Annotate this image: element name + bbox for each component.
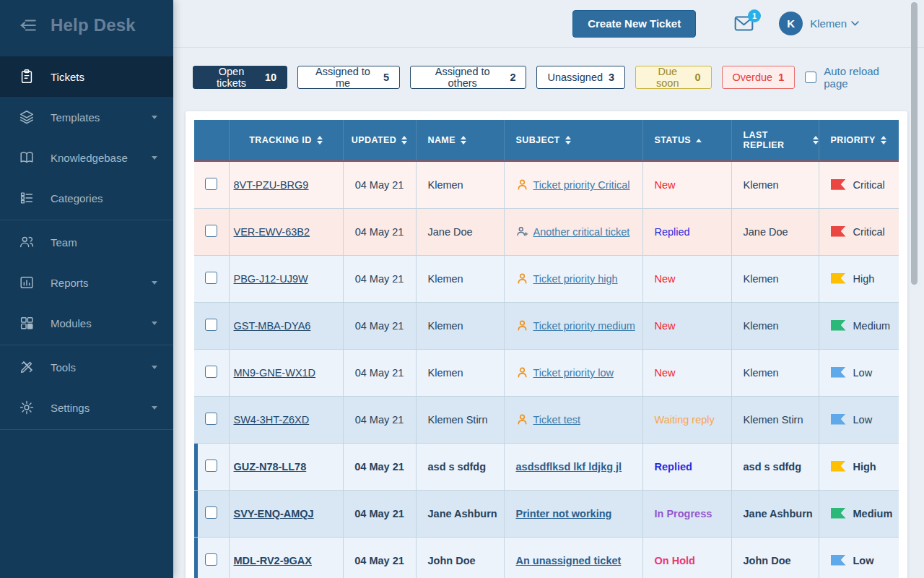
sidebar-item-team[interactable]: Team [0,222,173,262]
priority-label: Medium [853,508,893,519]
priority-label: Critical [853,179,885,191]
status-badge: On Hold [655,555,695,566]
subject-link[interactable]: An unassigned ticket [516,555,622,566]
priority-label: High [853,461,876,473]
status-badge: Replied [655,226,690,238]
sort-icon [881,136,886,144]
chevron-down-icon [851,21,859,26]
table-header: Tracking ID Updated Name Subject Status … [194,120,899,161]
sidebar-item-tools[interactable]: Tools [0,347,173,387]
sidebar-item-reports[interactable]: Reports [0,262,173,303]
priority-cell: High [819,255,899,302]
chevron-down-icon [152,116,157,119]
auto-reload-label: Auto reload page [824,65,905,90]
subject-link[interactable]: Ticket priority Critical [533,179,630,191]
person-icon [516,272,528,285]
column-header-label: Priority [831,135,876,145]
tracking-id-cell: MN9-GNE-WX1D [229,349,343,396]
create-new-ticket-button[interactable]: Create New Ticket [572,10,696,38]
column-header-label: Name [428,135,456,145]
subject-link[interactable]: Ticket test [533,414,581,426]
collapse-sidebar-icon[interactable] [19,16,38,35]
last-replier-cell: John Doe [731,537,819,578]
filter-unassigned[interactable]: Unassigned 3 [536,66,625,89]
priority-label: High [853,273,875,285]
subject-link[interactable]: Ticket priority low [533,367,614,379]
column-header-tracking-id[interactable]: Tracking ID [229,120,343,161]
subject-cell: Ticket priority high [504,255,642,302]
tracking-id-link[interactable]: VER-EWV-63B2 [234,226,310,238]
row-checkbox[interactable] [205,272,217,284]
row-select-cell [194,161,229,208]
sidebar-item-label: Knowledgebase [51,152,128,164]
sidebar-item-tickets[interactable]: Tickets [0,56,173,97]
tracking-id-link[interactable]: SVY-ENQ-AMQJ [234,508,314,519]
filter-assigned-to-others[interactable]: Assigned to others 2 [410,66,526,89]
sidebar-item-modules[interactable]: Modules [0,303,173,343]
tracking-id-link[interactable]: GST-MBA-DYA6 [234,320,311,332]
filter-overdue[interactable]: Overdue 1 [722,66,796,89]
row-checkbox[interactable] [205,178,217,190]
notifications-button[interactable]: 1 [734,15,754,32]
subject-link[interactable]: Ticket priority medium [533,320,635,332]
filter-due-soon[interactable]: Due soon 0 [635,66,711,89]
column-header-name[interactable]: Name [416,120,504,161]
status-badge: Replied [655,461,692,473]
sort-icon [461,136,466,144]
column-header-subject[interactable]: Subject [504,120,642,161]
priority-flag-icon [831,320,846,331]
auto-reload-toggle[interactable]: Auto reload page [805,65,905,90]
row-checkbox[interactable] [205,319,217,331]
table-row: VER-EWV-63B2 04 May 21 Jane Doe Another … [194,208,899,255]
user-menu[interactable]: K Klemen [779,12,859,35]
row-checkbox[interactable] [205,225,217,237]
tracking-id-link[interactable]: MN9-GNE-WX1D [234,367,316,379]
priority-label: Critical [853,226,885,238]
status-cell: New [642,255,731,302]
status-cell: Replied [642,208,731,255]
column-header-last-replier[interactable]: Last Replier [731,120,819,161]
tracking-id-link[interactable]: 8VT-PZU-BRG9 [234,179,309,191]
column-header-label: Tracking ID [249,135,311,145]
sidebar-item-categories[interactable]: Categories [0,178,173,218]
sidebar-item-label: Settings [51,402,90,414]
page-scrollbar[interactable] [911,2,918,285]
sidebar-item-knowledgebase[interactable]: Knowledgebase [0,137,173,178]
last-replier-cell: Klemen [731,349,819,396]
sidebar-item-templates[interactable]: Templates [0,97,173,137]
topbar: Create New Ticket 1 K Klemen [173,0,924,48]
filter-open-tickets[interactable]: Open tickets 10 [193,66,287,89]
column-header-updated[interactable]: Updated [343,120,416,161]
filter-assigned-to-me[interactable]: Assigned to me 5 [297,66,400,89]
row-checkbox[interactable] [205,413,217,425]
last-replier-cell: Klemen [731,302,819,349]
app-title: Help Desk [51,15,136,35]
sidebar-item-label: Team [51,236,77,249]
row-checkbox[interactable] [205,366,217,378]
row-select-cell [194,302,229,349]
row-checkbox[interactable] [205,460,217,472]
tracking-id-link[interactable]: SW4-3HT-Z6XD [234,414,310,426]
table-row: MN9-GNE-WX1D 04 May 21 Klemen Ticket pri… [194,349,899,396]
row-checkbox[interactable] [205,506,217,519]
column-header-status[interactable]: Status [642,120,731,161]
tracking-id-link[interactable]: GUZ-N78-LL78 [234,461,307,473]
tracking-id-cell: SVY-ENQ-AMQJ [229,490,343,537]
subject-link[interactable]: Printer not working [516,508,612,519]
status-cell: New [642,302,731,349]
table-row: 8VT-PZU-BRG9 04 May 21 Klemen Ticket pri… [194,161,899,208]
status-badge: New [655,273,676,285]
settings-icon [19,400,35,415]
auto-reload-checkbox[interactable] [805,72,816,83]
subject-link[interactable]: Ticket priority high [533,273,618,285]
column-header-priority[interactable]: Priority [819,120,899,161]
tracking-id-link[interactable]: MDL-RV2-9GAX [234,555,313,566]
last-replier-cell: Klemen [731,255,819,302]
row-checkbox[interactable] [205,553,217,566]
subject-link[interactable]: asdsdflksd lkf ldjkg jl [516,461,622,473]
tracking-id-link[interactable]: PBG-J12-UJ9W [234,273,308,285]
sidebar-divider [0,345,173,345]
subject-link[interactable]: Another critical ticket [533,226,630,238]
sidebar-item-settings[interactable]: Settings [0,387,173,428]
priority-cell: Medium [819,490,899,537]
